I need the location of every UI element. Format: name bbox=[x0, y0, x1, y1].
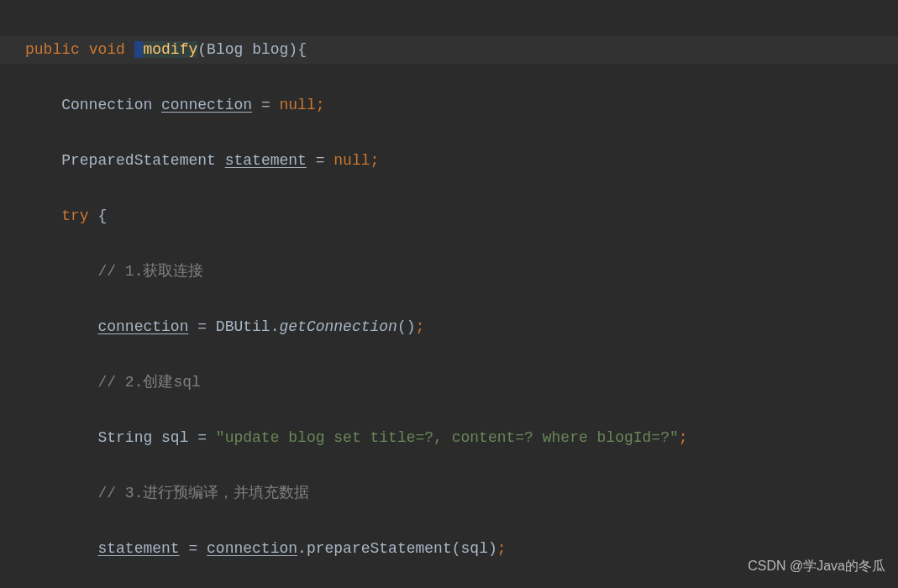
param-type: Blog bbox=[207, 41, 243, 58]
watermark-text: CSDN @学Java的冬瓜 bbox=[748, 552, 885, 580]
keyword-public: public bbox=[25, 41, 80, 58]
type: PreparedStatement bbox=[61, 152, 216, 169]
type: Connection bbox=[61, 97, 152, 113]
variable: connection bbox=[97, 318, 188, 335]
code-line[interactable]: // 2.创建sql bbox=[25, 369, 898, 396]
keyword-try: try bbox=[61, 207, 88, 224]
variable: sql bbox=[161, 429, 188, 446]
comment: // 1.获取连接 bbox=[97, 263, 203, 280]
method-call: prepareStatement bbox=[307, 540, 452, 557]
keyword-null: null bbox=[280, 97, 316, 113]
code-line[interactable]: // 1.获取连接 bbox=[25, 258, 898, 286]
code-line[interactable]: Connection connection = null; bbox=[25, 92, 898, 119]
variable: statement bbox=[97, 540, 179, 557]
code-line[interactable]: PreparedStatement statement = null; bbox=[25, 147, 898, 175]
string-literal: "update blog set title=?, content=? wher… bbox=[216, 429, 679, 446]
keyword-void: void bbox=[89, 41, 125, 58]
class-name: DBUtil bbox=[216, 318, 270, 335]
type: String bbox=[97, 429, 152, 446]
argument: sql bbox=[461, 540, 488, 557]
comment: // 2.创建sql bbox=[97, 374, 200, 391]
code-editor[interactable]: public void modify(Blog blog){ Connectio… bbox=[0, 0, 898, 588]
variable: connection bbox=[207, 540, 297, 557]
code-line[interactable]: String sql = "update blog set title=?, c… bbox=[25, 424, 898, 452]
code-line[interactable]: // 3.进行预编译，并填充数据 bbox=[25, 480, 898, 507]
code-line[interactable]: public void modify(Blog blog){ bbox=[0, 36, 898, 64]
caret-position bbox=[134, 41, 144, 58]
variable: statement bbox=[225, 152, 307, 169]
static-method: getConnection bbox=[279, 318, 396, 335]
variable: connection bbox=[161, 97, 252, 113]
comment: // 3.进行预编译，并填充数据 bbox=[97, 485, 309, 501]
param-name: blog bbox=[252, 41, 288, 58]
code-line[interactable]: try { bbox=[25, 202, 898, 230]
code-line[interactable]: connection = DBUtil.getConnection(); bbox=[25, 313, 898, 341]
keyword-null: null bbox=[333, 152, 370, 169]
method-name-selected: modify bbox=[143, 41, 197, 58]
